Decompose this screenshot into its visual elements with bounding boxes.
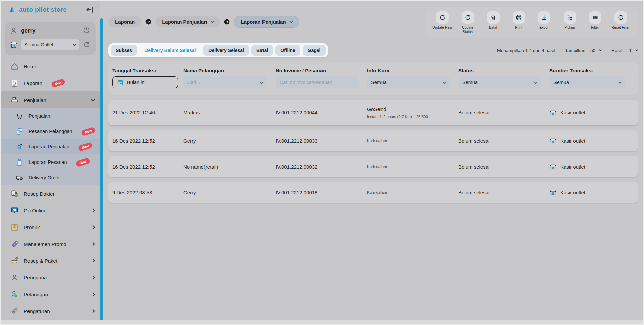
tab-gagal[interactable]: Gagal xyxy=(303,45,326,56)
table-row[interactable]: 16 Des 2022 12:52No name(retail)IV.001.2… xyxy=(108,156,638,177)
submenu-penjualan: PenjualanPesanan PelangganNewLaporan Pen… xyxy=(1,108,100,185)
table-row[interactable]: 16 Des 2022 12:52GerryIV.001.2212.00033K… xyxy=(108,130,638,151)
source-label: Kasir outlet xyxy=(560,110,585,115)
brand-row: auto pilot store xyxy=(1,1,100,18)
filter-select[interactable]: Semua xyxy=(458,76,541,88)
sidebar-item-label: Home xyxy=(24,64,37,69)
export-download-icon-button[interactable] xyxy=(538,11,550,24)
sidebar-item-laporan[interactable]: LaporanNew xyxy=(1,75,100,91)
tab-sukses[interactable]: Sukses xyxy=(111,45,137,56)
outlet-select-value: Semua Outlet xyxy=(24,42,53,47)
print-button[interactable]: Print xyxy=(508,11,530,34)
printer-icon-button[interactable] xyxy=(513,11,525,24)
tab-delivery-belum-selesai[interactable]: Delivery Belum Selesai xyxy=(139,45,201,56)
per-page-control[interactable]: Tampilkan 50 xyxy=(565,48,601,53)
select-value: Semua xyxy=(553,80,569,85)
tab-delivery-selesai[interactable]: Delivery Selesai xyxy=(203,45,249,56)
online-store-icon xyxy=(10,206,19,215)
new-badge: New xyxy=(81,127,96,136)
transaction-source: Kasir outlet xyxy=(549,137,634,144)
status-tabs: SuksesDelivery Belum SelesaiDelivery Sel… xyxy=(108,43,328,57)
chevron-down-icon xyxy=(443,80,446,84)
sidebar-item-pengaturan[interactable]: Pengaturan xyxy=(1,303,100,319)
page-label: Hasil xyxy=(611,48,622,53)
trash-icon-button[interactable] xyxy=(487,11,500,24)
sidebar-item-delivery-order[interactable]: Delivery Order xyxy=(1,170,100,185)
update-receipt-icon-button[interactable] xyxy=(436,11,449,24)
sidebar-item-go-online[interactable]: Go Online xyxy=(1,202,100,219)
date-range-picker[interactable]: Bulan ini xyxy=(112,76,178,88)
breadcrumb-label: Laporan Penjualan xyxy=(162,19,207,25)
sidebar-item-manajemen-promo[interactable]: Manajemen Promo xyxy=(1,236,100,252)
update-status-button[interactable]: Update Status xyxy=(457,11,479,34)
breadcrumb-item-laporan-0[interactable]: Laporan xyxy=(108,16,141,27)
reset-filter-button[interactable]: Reset Filter xyxy=(609,11,632,34)
pickup-icon-button[interactable] xyxy=(564,11,576,24)
person-icon xyxy=(10,27,18,35)
courier-cell: Kurir dalam xyxy=(367,165,458,169)
breadcrumb-item-laporan-penjualan-2[interactable]: Laporan Penjualan xyxy=(234,16,299,28)
chevron-down-icon xyxy=(599,49,602,51)
update-resi-button[interactable]: Update Resi xyxy=(431,11,453,34)
update-status-icon-button[interactable] xyxy=(462,11,474,24)
tab-offline[interactable]: Offline xyxy=(275,45,300,56)
breadcrumb-item-laporan-penjualan-1[interactable]: Laporan Penjualan xyxy=(155,16,220,27)
sidebar-menu: HomeLaporanNewPenjualanPenjualanPesanan … xyxy=(1,58,100,319)
user-icon xyxy=(10,273,19,282)
sidebar-item-label: Delivery Order xyxy=(28,175,60,180)
toolbar-button-label: Expor xyxy=(533,25,555,30)
filter-select[interactable]: Semua xyxy=(367,76,450,88)
action-toolbar: Update ResiUpdate StatusBatalPrintExporP… xyxy=(425,8,638,37)
refresh-icon[interactable] xyxy=(83,41,91,49)
transaction-date: 16 Des 2022 12:52 xyxy=(112,164,183,170)
table-row[interactable]: 21 Des 2022 12:46MarkusIV.001.2212.00044… xyxy=(108,100,638,125)
sidebar-item-penjualan[interactable]: Penjualan xyxy=(1,91,100,108)
sidebar-item-pengguna[interactable]: Pengguna xyxy=(1,269,100,286)
toolbar-button-label: Pickup xyxy=(559,25,581,30)
filter-select[interactable]: Cari... xyxy=(183,76,267,88)
per-page-label: Tampilkan xyxy=(565,48,585,53)
collapse-sidebar-icon[interactable] xyxy=(85,5,94,14)
delivery-status: Belum selesai xyxy=(458,138,549,144)
sidebar: auto pilot store gerry Semua Outlet Home… xyxy=(1,1,100,324)
storefront-icon xyxy=(549,189,557,196)
expor-button[interactable]: Expor xyxy=(533,11,555,34)
reset-filter-icon-button[interactable] xyxy=(614,11,627,24)
order-report-icon xyxy=(16,158,23,166)
prescription-icon xyxy=(10,190,19,198)
power-icon[interactable] xyxy=(82,26,91,35)
filter-sliders-icon-button[interactable] xyxy=(589,11,601,24)
sidebar-item-label: Penjualan xyxy=(24,97,46,103)
filter-button[interactable]: Filter xyxy=(584,11,606,34)
sidebar-item-laporan-pesanan[interactable]: Laporan PesananNew xyxy=(1,154,100,170)
page-control[interactable]: Hasil 1 xyxy=(611,48,638,53)
table-row[interactable]: 9 Des 2022 08:53GerryIV.001.2212.00018Ku… xyxy=(108,182,638,203)
sidebar-item-pelanggan[interactable]: Pelanggan xyxy=(1,286,100,303)
sidebar-item-label: Pelanggan xyxy=(24,291,48,297)
sidebar-item-home[interactable]: Home xyxy=(1,58,100,75)
filter-label: Status xyxy=(458,68,549,73)
filter-label: Tanggal Transaksi xyxy=(112,68,183,73)
select-value: Semua xyxy=(462,80,478,85)
calendar-icon xyxy=(117,79,124,86)
tab-batal[interactable]: Batal xyxy=(251,45,273,56)
filter-text-input[interactable] xyxy=(280,80,354,85)
sidebar-item-label: Pengguna xyxy=(24,275,47,280)
courier-cell: Kurir dalam xyxy=(367,139,458,143)
storefront-icon xyxy=(10,41,18,49)
sidebar-item-pesanan-pelanggan[interactable]: Pesanan PelangganNew xyxy=(1,124,100,139)
filter-label: Nama Pelanggan xyxy=(183,68,276,73)
pickup-button[interactable]: Pickup xyxy=(559,11,581,34)
cart-icon xyxy=(16,112,23,120)
storefront-icon xyxy=(549,109,557,116)
outlet-select[interactable]: Semua Outlet xyxy=(21,39,79,50)
sidebar-item-resep-dokter[interactable]: Resep Dokter xyxy=(1,185,100,202)
sidebar-item-penjualan[interactable]: Penjualan xyxy=(1,108,100,124)
sidebar-item-resep-paket[interactable]: Resep & Paket xyxy=(1,252,100,269)
transaction-date: 21 Des 2022 12:46 xyxy=(112,110,183,115)
sidebar-item-produk[interactable]: Produk xyxy=(1,219,100,236)
user-card: gerry Semua Outlet xyxy=(5,22,96,55)
batal-button[interactable]: Batal xyxy=(482,11,504,34)
sidebar-item-laporan-penjualan[interactable]: Laporan PenjualanNew xyxy=(1,139,100,154)
filter-select[interactable]: Semua xyxy=(549,76,625,88)
